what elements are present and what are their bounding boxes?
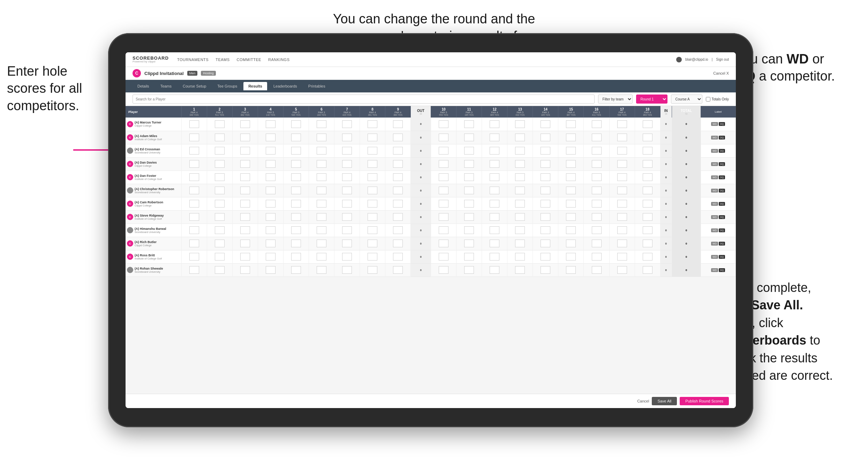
score-cell-2[interactable] (207, 237, 232, 250)
score-input-h6[interactable] (317, 253, 326, 261)
score-cell-10[interactable] (431, 197, 456, 210)
score-cell-1[interactable] (181, 131, 207, 144)
score-cell-8[interactable] (360, 171, 385, 184)
score-input-h8[interactable] (368, 173, 377, 181)
score-input-h17[interactable] (617, 226, 627, 234)
score-input-h17[interactable] (617, 253, 627, 261)
score-cell-2[interactable] (207, 224, 232, 237)
score-input-h12[interactable] (490, 266, 499, 274)
score-cell-11[interactable] (456, 263, 482, 277)
score-cell-15[interactable] (558, 131, 584, 144)
score-input-h8[interactable] (368, 253, 377, 261)
score-cell-4[interactable] (258, 197, 283, 210)
score-input-h18[interactable] (643, 200, 652, 208)
score-cell-18[interactable] (635, 263, 660, 277)
score-input-h18[interactable] (643, 187, 652, 194)
score-cell-15[interactable] (558, 210, 584, 224)
score-cell-1[interactable] (181, 210, 207, 224)
score-input-h5[interactable] (291, 160, 301, 168)
score-input-h11[interactable] (464, 213, 474, 221)
totals-only-checkbox[interactable] (706, 97, 710, 101)
score-cell-3[interactable] (232, 210, 258, 224)
score-cell-1[interactable] (181, 197, 207, 210)
score-cell-3[interactable] (232, 131, 258, 144)
score-cell-5[interactable] (283, 197, 309, 210)
score-input-h12[interactable] (490, 226, 499, 234)
score-cell-14[interactable] (533, 224, 558, 237)
tab-details[interactable]: Details (133, 82, 154, 90)
score-cell-15[interactable] (558, 263, 584, 277)
wd-button[interactable]: WD (711, 255, 718, 259)
score-cell-18[interactable] (635, 224, 660, 237)
score-cell-2[interactable] (207, 197, 232, 210)
save-all-button[interactable]: Save All (652, 397, 677, 405)
score-input-h16[interactable] (592, 160, 602, 168)
score-cell-13[interactable] (507, 118, 533, 131)
score-cell-11[interactable] (456, 197, 482, 210)
score-input-h10[interactable] (439, 120, 448, 128)
score-input-h10[interactable] (439, 200, 448, 208)
score-input-h8[interactable] (368, 213, 377, 221)
score-cell-13[interactable] (507, 224, 533, 237)
score-input-h5[interactable] (291, 134, 301, 141)
score-input-h16[interactable] (592, 134, 602, 141)
score-input-h15[interactable] (566, 253, 576, 261)
score-input-h14[interactable] (541, 120, 550, 128)
score-input-h11[interactable] (464, 160, 474, 168)
score-cell-17[interactable] (609, 237, 635, 250)
score-input-h2[interactable] (215, 147, 225, 155)
score-input-h12[interactable] (490, 160, 499, 168)
score-input-h8[interactable] (368, 120, 377, 128)
score-input-h5[interactable] (291, 240, 301, 247)
score-cell-1[interactable] (181, 144, 207, 157)
score-cell-7[interactable] (334, 157, 360, 171)
score-cell-8[interactable] (360, 224, 385, 237)
score-input-h18[interactable] (643, 226, 652, 234)
score-input-h3[interactable] (240, 173, 250, 181)
score-input-h13[interactable] (515, 134, 525, 141)
score-input-h9[interactable] (393, 120, 403, 128)
score-input-h6[interactable] (317, 213, 326, 221)
score-input-h9[interactable] (393, 266, 403, 274)
score-cell-17[interactable] (609, 144, 635, 157)
score-cell-15[interactable] (558, 157, 584, 171)
score-input-h4[interactable] (266, 147, 276, 155)
score-input-h8[interactable] (368, 240, 377, 247)
score-input-h18[interactable] (643, 253, 652, 261)
score-cell-12[interactable] (482, 263, 507, 277)
score-input-h9[interactable] (393, 200, 403, 208)
score-cell-13[interactable] (507, 210, 533, 224)
score-cell-1[interactable] (181, 171, 207, 184)
score-input-h5[interactable] (291, 187, 301, 194)
score-input-h14[interactable] (541, 253, 550, 261)
score-cell-10[interactable] (431, 157, 456, 171)
score-input-h3[interactable] (240, 240, 250, 247)
score-cell-5[interactable] (283, 118, 309, 131)
nav-link-tournaments[interactable]: TOURNAMENTS (177, 58, 209, 62)
score-input-h13[interactable] (515, 226, 525, 234)
score-input-h11[interactable] (464, 226, 474, 234)
score-cell-1[interactable] (181, 184, 207, 197)
score-cell-9[interactable] (385, 184, 411, 197)
score-cell-4[interactable] (258, 184, 283, 197)
score-input-h10[interactable] (439, 266, 448, 274)
wd-button[interactable]: WD (711, 162, 718, 166)
score-cell-5[interactable] (283, 263, 309, 277)
score-input-h14[interactable] (541, 240, 550, 247)
score-cell-17[interactable] (609, 210, 635, 224)
score-input-h9[interactable] (393, 240, 403, 247)
dq-button[interactable]: DQ (719, 255, 725, 259)
dq-button[interactable]: DQ (719, 149, 725, 153)
score-cell-2[interactable] (207, 118, 232, 131)
score-input-h1[interactable] (189, 253, 199, 261)
score-input-h14[interactable] (541, 200, 550, 208)
score-cell-14[interactable] (533, 171, 558, 184)
score-input-h11[interactable] (464, 200, 474, 208)
dq-button[interactable]: DQ (719, 268, 725, 272)
score-cell-18[interactable] (635, 144, 660, 157)
score-input-h5[interactable] (291, 253, 301, 261)
score-cell-2[interactable] (207, 250, 232, 263)
score-cell-11[interactable] (456, 131, 482, 144)
score-input-h6[interactable] (317, 173, 326, 181)
score-cell-15[interactable] (558, 197, 584, 210)
